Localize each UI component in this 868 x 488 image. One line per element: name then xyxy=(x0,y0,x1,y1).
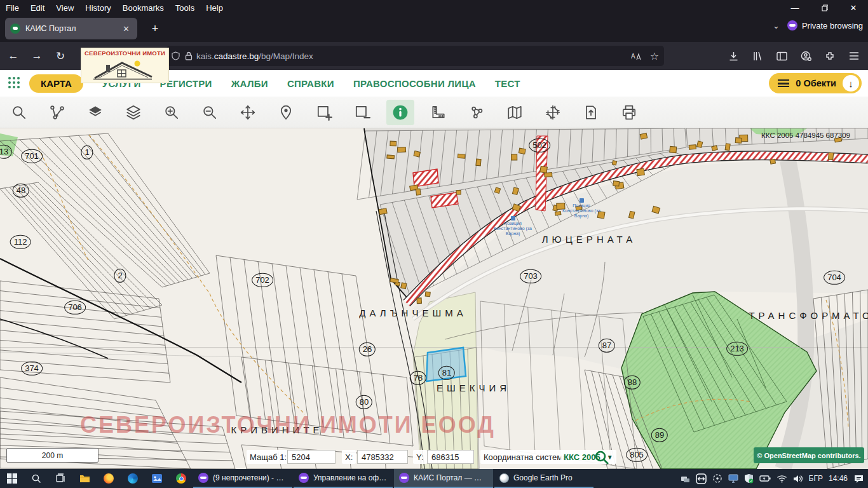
scale-label: Мащаб 1: xyxy=(247,450,290,464)
folded-map-icon xyxy=(506,104,523,121)
menu-history[interactable]: History xyxy=(79,3,116,13)
scale-input[interactable]: 5204 xyxy=(287,450,336,464)
start-button[interactable] xyxy=(0,469,24,488)
export-page-icon xyxy=(583,104,599,121)
map-search-button[interactable] xyxy=(593,449,610,466)
taskbar-window[interactable]: Google Earth Pro xyxy=(494,469,593,488)
photos-app-icon[interactable] xyxy=(145,469,169,488)
x-coordinate-input[interactable]: 4785332 xyxy=(357,450,408,464)
nav-item-0[interactable]: КАРТА xyxy=(29,74,83,93)
polygon-measure-button[interactable] xyxy=(463,100,491,125)
edge-icon[interactable] xyxy=(121,469,145,488)
downloads-icon[interactable] xyxy=(723,46,743,66)
nav-item-4[interactable]: СПРАВКИ xyxy=(287,78,334,89)
sidebars-icon[interactable] xyxy=(771,46,792,66)
menu-tools[interactable]: Tools xyxy=(170,3,200,13)
language-indicator[interactable]: БГР xyxy=(809,474,823,483)
firefox-private-icon xyxy=(198,473,208,483)
tab-kais-portal[interactable]: КАИС Портал ✕ xyxy=(5,18,137,39)
forward-button[interactable]: → xyxy=(27,46,47,65)
clock[interactable]: 14:46 xyxy=(829,474,848,483)
lock-icon[interactable] xyxy=(185,51,193,60)
select-add-button[interactable] xyxy=(310,100,338,125)
minimize-button[interactable]: — xyxy=(780,0,810,15)
route-nodes-button[interactable] xyxy=(43,100,71,125)
objects-button[interactable]: 0 Обекти ↓ xyxy=(769,73,862,93)
capture-icon[interactable] xyxy=(712,473,722,484)
print-button[interactable] xyxy=(615,100,643,125)
browser-menubar: FileEditViewHistoryBookmarksToolsHelp xyxy=(0,0,868,15)
library-icon[interactable] xyxy=(747,46,768,66)
objects-count-label: 0 Обекти xyxy=(796,78,836,88)
url-text: kais.cadastre.bg/bg/Map/Index xyxy=(196,51,313,61)
translate-icon[interactable]: A xyxy=(631,51,641,61)
hidden-icons-icon[interactable] xyxy=(681,475,690,483)
location-pin-button[interactable] xyxy=(272,100,300,125)
tab-close-icon[interactable]: ✕ xyxy=(120,23,132,35)
reload-button[interactable]: ↻ xyxy=(50,46,71,65)
new-tab-button[interactable]: + xyxy=(146,20,164,37)
layers-filled-button[interactable] xyxy=(81,100,109,125)
close-button[interactable]: ✕ xyxy=(839,0,868,15)
nav-item-5[interactable]: ПРАВОСПОСОБНИ ЛИЦА xyxy=(353,78,476,89)
folded-map-button[interactable] xyxy=(501,100,529,125)
place-label: ДАЛЪНЧЕШМА xyxy=(359,308,466,318)
measure-button[interactable] xyxy=(424,100,452,125)
taskbar-window-title: (9 непрочетени) - АБ... xyxy=(213,473,287,482)
pan-icon xyxy=(240,104,256,121)
watermark: СЕВЕРОИЗТОЧНИ ИМОТИ ЕООД xyxy=(80,412,496,438)
volume-icon[interactable] xyxy=(793,475,803,483)
nav-item-6[interactable]: ТЕСТ xyxy=(495,78,520,89)
zoom-in-button[interactable] xyxy=(158,100,186,125)
menu-help[interactable]: Help xyxy=(200,3,229,13)
search-icon xyxy=(11,104,27,121)
taskbar-search-icon[interactable] xyxy=(24,469,48,488)
menu-edit[interactable]: Edit xyxy=(25,3,50,13)
private-browsing-badge: Private browsing xyxy=(787,20,863,30)
y-coordinate-input[interactable]: 686315 xyxy=(427,450,474,464)
battery-icon[interactable] xyxy=(759,475,771,482)
display-icon[interactable] xyxy=(728,474,738,483)
taskbar-window[interactable]: Управление на офер... xyxy=(294,469,393,488)
app-menu-icon[interactable] xyxy=(844,46,864,66)
teamviewer-icon[interactable] xyxy=(696,473,707,484)
window-controls: — ✕ xyxy=(780,0,868,15)
osm-attribution[interactable]: © OpenStreetMap contributors. xyxy=(754,447,864,463)
objects-dropdown-icon[interactable]: ↓ xyxy=(843,75,859,92)
taskbar-window[interactable]: КАИС Портал — Мо... xyxy=(394,469,493,488)
info-button[interactable] xyxy=(386,100,414,125)
nav-item-3[interactable]: ЖАЛБИ xyxy=(231,78,268,89)
firefox-icon[interactable] xyxy=(97,469,121,488)
pan-button[interactable] xyxy=(234,100,262,125)
zoom-out-button[interactable] xyxy=(196,100,224,125)
select-subtract-button[interactable] xyxy=(348,100,376,125)
menu-view[interactable]: View xyxy=(50,3,79,13)
file-explorer-icon[interactable] xyxy=(72,469,97,488)
chrome-icon[interactable] xyxy=(169,469,193,488)
export-page-button[interactable] xyxy=(577,100,605,125)
parcel-number-213: 213 xyxy=(726,342,748,356)
taskbar-window[interactable]: (9 непрочетени) - АБ... xyxy=(193,469,292,488)
menu-file[interactable]: File xyxy=(0,3,25,13)
company-logo-title: СЕВЕРОИЗТОЧНИ ИМОТИ xyxy=(85,50,165,57)
shield-permissions-icon[interactable] xyxy=(172,51,180,60)
notifications-icon[interactable] xyxy=(853,474,864,484)
url-bar[interactable]: kais.cadastre.bg/bg/Map/Index A ☆ xyxy=(166,46,664,66)
extensions-icon[interactable] xyxy=(820,46,840,66)
apps-grid-icon[interactable] xyxy=(8,76,22,90)
account-icon[interactable] xyxy=(796,46,816,66)
search-button[interactable] xyxy=(5,100,33,125)
wifi-icon[interactable] xyxy=(776,475,787,483)
menu-bookmarks[interactable]: Bookmarks xyxy=(117,3,170,13)
bus-stop-label: Позиция Константиново (за Варна) xyxy=(560,198,602,219)
layers-outline-button[interactable] xyxy=(119,100,147,125)
map-viewport[interactable]: 1370114811227063747025027037042678818087… xyxy=(0,128,868,469)
coordinate-axes-button[interactable] xyxy=(539,100,567,125)
taskbar: (9 непрочетени) - АБ...Управление на офе… xyxy=(0,469,868,488)
restore-button[interactable] xyxy=(810,0,839,15)
security-shield-icon[interactable] xyxy=(744,473,754,484)
bookmark-star-icon[interactable]: ☆ xyxy=(650,50,659,62)
back-button[interactable]: ← xyxy=(3,46,24,65)
task-view-icon[interactable] xyxy=(48,469,72,488)
list-tabs-chevron-icon[interactable]: ⌄ xyxy=(773,21,780,30)
